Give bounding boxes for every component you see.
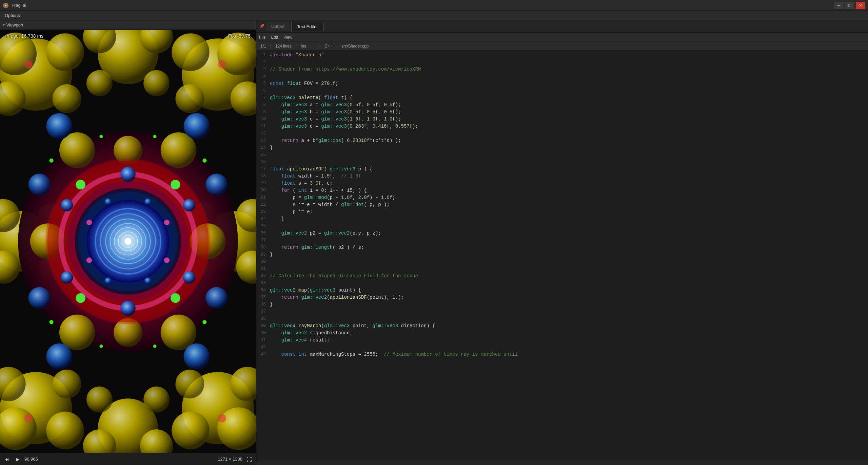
svg-point-60 — [28, 287, 51, 309]
svg-point-18 — [53, 370, 81, 398]
svg-point-13 — [175, 84, 204, 113]
line-number: 7 — [256, 94, 270, 101]
app-icon — [3, 2, 9, 8]
line-number: 4 — [256, 73, 270, 80]
code-line: 36} — [256, 301, 868, 308]
code-line: 22 s *= e = width / glm::dot( p, p ); — [256, 201, 868, 208]
svg-point-70 — [61, 199, 73, 211]
line-number: 21 — [256, 194, 270, 201]
line-number: 41 — [256, 337, 270, 343]
main-content: ▼ Viewport — [0, 20, 868, 465]
minimize-button[interactable]: ─ — [834, 2, 844, 9]
resolution-display: 1271 × 1308 — [218, 457, 242, 462]
svg-point-74 — [76, 180, 85, 189]
code-line: 39glm::vec4 rayMarch(glm::vec3 point, gl… — [256, 322, 868, 330]
line-content: s *= e = width / glm::dot( p, p ); — [270, 201, 868, 208]
line-number: 15 — [256, 151, 270, 158]
code-line: 33 — [256, 280, 868, 287]
line-content: glm::vec4 rayMarch(glm::vec3 point, glm:… — [270, 322, 868, 330]
toolbar-file[interactable]: File — [259, 35, 265, 40]
code-line: 42 — [256, 344, 868, 351]
line-number: 6 — [256, 87, 270, 94]
svg-point-57 — [184, 343, 210, 370]
editor-horizontal-scrollbar[interactable] — [256, 461, 868, 465]
editor-panel: 📌 Output Text Editor File Edit View 1/1 … — [256, 20, 868, 465]
line-number: 20 — [256, 187, 270, 194]
line-content: // Shader from: https://www.shadertoy.co… — [270, 66, 868, 73]
line-content: #include "Shader.h" — [270, 52, 868, 59]
code-line: 11 glm::vec3 d = glm::vec3(0.263f, 0.416… — [256, 123, 868, 130]
tab-text-editor[interactable]: Text Editor — [291, 22, 323, 31]
line-number: 42 — [256, 344, 270, 351]
svg-point-43 — [143, 386, 170, 412]
svg-point-99 — [218, 414, 226, 423]
code-line: 29} — [256, 251, 868, 258]
svg-point-23 — [175, 370, 204, 398]
code-line: 24 } — [256, 216, 868, 223]
line-number: 26 — [256, 230, 270, 237]
code-line: 43 const int maxMarchingSteps = 2555; //… — [256, 351, 868, 358]
line-number: 39 — [256, 322, 270, 329]
app-title: FragTal — [12, 3, 26, 8]
line-number: 19 — [256, 180, 270, 187]
code-line: 18 float width = 1.5f; // 1.5f — [256, 173, 868, 180]
line-content: float apollonianSDF( glm::vec3 p ) { — [270, 166, 868, 173]
toolbar-view[interactable]: View — [283, 35, 292, 40]
tab-pin-icon: 📌 — [259, 24, 264, 29]
svg-point-75 — [171, 180, 180, 189]
svg-point-94 — [86, 258, 92, 263]
lang-label: C++ — [324, 44, 332, 49]
svg-point-89 — [144, 198, 151, 205]
viewport-canvas: Image: 16.738 ms Fps: 59.75 — [0, 30, 256, 453]
rewind-button[interactable]: ⏮ — [3, 455, 11, 463]
line-number: 31 — [256, 265, 270, 272]
svg-point-16 — [46, 411, 84, 449]
line-content: glm::vec2 p2 = glm::vec2(p.y, p.z); — [270, 230, 868, 237]
code-line: 13 return a + b*glm::cos( 6.28318f*(c*t*… — [256, 137, 868, 144]
svg-point-102 — [50, 320, 54, 324]
code-line: 28 return glm::length( p2 ) / s; — [256, 244, 868, 251]
code-line: 40 glm::vec2 signedDistance; — [256, 330, 868, 337]
svg-point-100 — [50, 159, 54, 163]
svg-point-88 — [105, 198, 112, 205]
line-number: 23 — [256, 208, 270, 215]
line-number: 32 — [256, 273, 270, 279]
maximize-button[interactable]: □ — [845, 2, 854, 9]
line-content: const int maxMarchingSteps = 2555; // Ma… — [270, 351, 868, 358]
ins-mode: Ins — [301, 44, 306, 49]
fullscreen-button[interactable] — [245, 455, 253, 463]
code-line: 3// Shader from: https://www.shadertoy.c… — [256, 66, 868, 73]
line-number: 12 — [256, 130, 270, 137]
code-editor[interactable]: 1#include "Shader.h"23// Shader from: ht… — [256, 50, 868, 461]
svg-point-91 — [144, 277, 151, 284]
line-number: 2 — [256, 59, 270, 66]
svg-point-98 — [24, 414, 33, 423]
line-content: p = glm::mod(p - 1.0f, 2.0f) - 1.0f; — [270, 194, 868, 201]
code-line: 23 p *= e; — [256, 208, 868, 216]
close-button[interactable]: ✕ — [856, 2, 865, 9]
line-content: } — [270, 216, 868, 223]
line-number: 17 — [256, 166, 270, 172]
line-content: } — [270, 301, 868, 308]
menu-options[interactable]: Options — [1, 12, 23, 19]
svg-point-8 — [53, 84, 81, 113]
line-content: float width = 1.5f; // 1.5f — [270, 173, 868, 180]
viewport-controls: ⏮ ▶ 96.966 1271 × 1308 — [0, 453, 256, 465]
line-number: 29 — [256, 251, 270, 258]
toolbar-edit[interactable]: Edit — [271, 35, 278, 40]
line-content: } — [270, 251, 868, 258]
tab-output[interactable]: Output — [266, 22, 290, 31]
svg-point-58 — [28, 173, 51, 196]
line-content: glm::vec4 result; — [270, 337, 868, 344]
line-number: 40 — [256, 330, 270, 336]
code-line: 1#include "Shader.h" — [256, 52, 868, 59]
line-content: glm::vec3 d = glm::vec3(0.263f, 0.416f, … — [270, 123, 868, 130]
play-button[interactable]: ▶ — [14, 455, 22, 463]
line-number: 22 — [256, 201, 270, 208]
line-content: return glm::length( p2 ) / s; — [270, 244, 868, 251]
line-number: 10 — [256, 116, 270, 123]
viewport-panel: ▼ Viewport — [0, 20, 256, 465]
svg-point-38 — [143, 70, 170, 96]
code-line: 35 return glm::vec2(apollonianSDF(point)… — [256, 294, 868, 301]
line-content: p *= e; — [270, 208, 868, 216]
